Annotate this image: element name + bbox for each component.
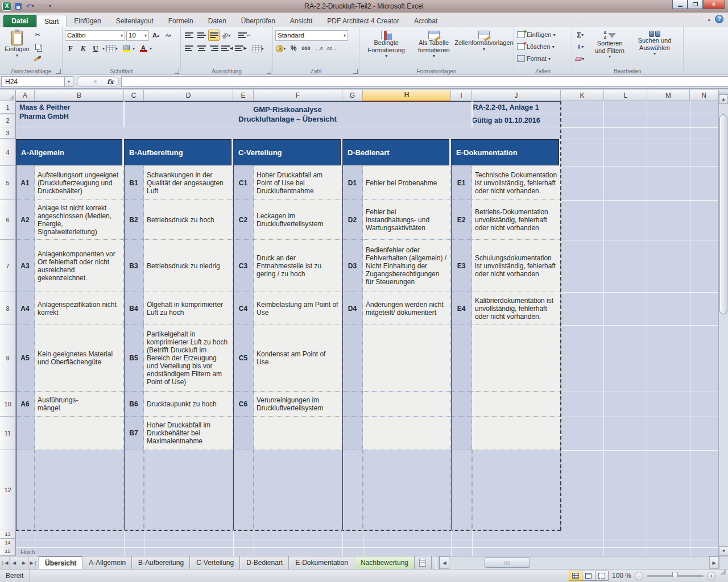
table-header-c-verteilung[interactable]: C-Verteilung — [233, 139, 341, 165]
cell-id[interactable]: A6 — [16, 392, 35, 417]
row-header-10[interactable]: 10 — [0, 392, 16, 417]
align-center-button[interactable] — [196, 43, 207, 54]
sheet-tab-d-bedienart[interactable]: D-Bedienart — [240, 556, 289, 569]
font-size-select[interactable]: 10▾ — [126, 30, 149, 41]
cell-text[interactable]: Hoher Druckabfall am Point of Use bei Dr… — [254, 166, 342, 200]
fill-color-button[interactable]: ▾ — [119, 43, 135, 54]
underline-button[interactable]: U — [90, 43, 101, 54]
cell-id[interactable]: E2 — [451, 200, 472, 240]
row-header-3[interactable]: 3 — [0, 127, 16, 139]
sheet-tab-uebersicht[interactable]: Übersicht — [39, 556, 82, 569]
horizontal-scrollbar[interactable]: ◀ |||| ▶ — [435, 556, 728, 569]
row-header-7[interactable]: 7 — [0, 240, 16, 292]
help-icon[interactable]: ? — [715, 15, 723, 23]
sheet-tab-b-aufbereitung[interactable]: B-Aufbereitung — [132, 556, 190, 569]
find-select-button[interactable]: Suchen und Auswählen ▾ — [631, 29, 678, 65]
cell-id[interactable]: D3 — [342, 240, 363, 292]
cell-text[interactable]: Schwankungen in der Qualität der angesau… — [144, 166, 233, 200]
cell-id[interactable]: C4 — [233, 292, 254, 325]
cell-id[interactable]: E3 — [451, 240, 472, 292]
cell-text[interactable]: Betriebs-Dokumentation unvollständig, fe… — [472, 200, 561, 240]
close-button[interactable]: × — [703, 0, 725, 9]
minimize-button[interactable] — [672, 0, 688, 9]
cell-text[interactable]: Anlagenkomponenten vor Ort fehlerhaft od… — [35, 240, 124, 292]
merge-center-button[interactable]: ▾ — [252, 43, 264, 54]
cell-id[interactable]: D1 — [342, 166, 363, 200]
cell-empty[interactable] — [16, 450, 35, 530]
table-header-b-aufbereitung[interactable]: B-Aufbereitung — [124, 139, 231, 165]
font-color-button[interactable]: A▾ — [136, 43, 152, 54]
tab-split-handle[interactable] — [435, 556, 440, 569]
previous-sheet-icon[interactable]: ◀ — [10, 556, 19, 569]
tab-ueberpruefen[interactable]: Überprüfen — [234, 15, 283, 27]
copy-button[interactable] — [32, 41, 43, 52]
conditional-formatting-button[interactable]: Bedingte Formatierung ▾ — [362, 29, 411, 65]
cell-id[interactable]: B6 — [124, 392, 144, 417]
column-header-m[interactable]: M — [647, 90, 690, 101]
zoom-slider-track[interactable] — [647, 575, 704, 577]
bold-button[interactable]: F — [65, 43, 76, 54]
column-header-b[interactable]: B — [35, 90, 124, 101]
insert-cells-button[interactable]: Einfügen ▾ — [516, 29, 569, 40]
cell-empty[interactable] — [254, 417, 342, 450]
zoom-in-button[interactable]: + — [707, 572, 715, 580]
column-header-k[interactable]: K — [561, 90, 604, 101]
cell-text[interactable]: Ausführungs- mängel — [35, 392, 124, 417]
format-as-table-button[interactable]: Als Tabelle formatieren ▾ — [411, 29, 457, 65]
cell-empty[interactable] — [363, 392, 451, 417]
cell-text[interactable]: Leckagen im Druckluftverteilsystem — [254, 200, 342, 240]
tab-pdf-architect[interactable]: PDF Architect 4 Creator — [320, 15, 407, 27]
cell-empty[interactable] — [124, 450, 144, 530]
cell-empty[interactable] — [233, 417, 254, 450]
name-box-caret-icon[interactable]: ▾ — [65, 76, 73, 87]
italic-button[interactable]: K — [77, 43, 89, 54]
cell-id[interactable]: C1 — [233, 166, 254, 200]
valid-from-cell[interactable]: Gültig ab 01.10.2016 — [451, 114, 561, 127]
document-title-cell[interactable]: GMP-RisikoanalyseDruckluftanlage – Übers… — [124, 101, 451, 127]
format-painter-button[interactable] — [32, 53, 43, 64]
cell-id[interactable]: B4 — [124, 292, 144, 325]
tab-daten[interactable]: Daten — [201, 15, 234, 27]
cell-text[interactable]: Kondensat am Point of Use — [254, 325, 342, 392]
normal-view-button[interactable] — [569, 571, 582, 581]
cell-id[interactable]: B7 — [124, 417, 144, 450]
decrease-decimal-button[interactable]: ,00→ — [325, 43, 337, 54]
increase-decimal-button[interactable]: ←,0 — [313, 43, 324, 54]
cell-text[interactable]: Verunreinigungen im Druckluftverteilsyst… — [254, 392, 342, 417]
column-header-d[interactable]: D — [144, 90, 233, 101]
cell-id[interactable]: C6 — [233, 392, 254, 417]
sheet-tab-nachbewertung[interactable]: Nachbewertung — [354, 556, 415, 569]
cell-text[interactable]: Betriebsdruck zu hoch — [144, 200, 233, 240]
table-header-e-dokumentation[interactable]: E-Dokumentation — [451, 139, 559, 165]
cell-text[interactable]: Hoher Druckabfall im Druckbehälter bei M… — [144, 417, 233, 450]
sheet-tab-e-dokumentation[interactable]: E-Dokumentation — [289, 556, 354, 569]
horizontal-scrollbar-track[interactable]: |||| — [449, 556, 709, 569]
shrink-font-button[interactable]: A▾ — [163, 30, 174, 41]
cell-text[interactable]: Technische Dokumentation ist unvollständ… — [472, 166, 561, 200]
sort-filter-button[interactable]: AZ Sortieren und Filtern ▾ — [588, 29, 631, 65]
column-header-j[interactable]: J — [472, 90, 561, 101]
cell-empty[interactable] — [451, 392, 472, 417]
vertical-split-handle[interactable] — [719, 90, 728, 94]
table-header-a-allgemein[interactable]: A-Allgemein — [16, 139, 122, 165]
cell-id[interactable]: B2 — [124, 200, 144, 240]
cell-empty[interactable] — [35, 417, 124, 450]
cell-empty[interactable] — [144, 450, 233, 530]
page-break-view-button[interactable] — [595, 571, 609, 581]
cell-text[interactable]: Aufstellungsort ungeeignet (Drucklufterz… — [35, 166, 124, 200]
minimize-ribbon-icon[interactable]: ▴ — [708, 16, 710, 22]
number-dialog-launcher-icon[interactable] — [353, 69, 358, 74]
wrap-text-button[interactable]: ↵ — [238, 30, 251, 41]
cell-styles-button[interactable]: Zellenformatvorlagen ▾ — [457, 29, 511, 65]
excel-logo-icon[interactable]: X — [2, 2, 11, 11]
table-header-d-bedienart[interactable]: D-Bedienart — [342, 139, 449, 165]
formula-input[interactable] — [121, 76, 728, 87]
last-sheet-icon[interactable]: ▶❘ — [29, 556, 39, 569]
cell-id[interactable]: A2 — [16, 200, 35, 240]
undo-button[interactable]: ↶▾ — [25, 2, 35, 11]
currency-button[interactable]: $▾ — [275, 43, 287, 54]
cell-text[interactable]: Drucktaupunkt zu hoch — [144, 392, 233, 417]
align-bottom-button[interactable] — [208, 30, 220, 41]
select-all-corner[interactable] — [0, 90, 16, 101]
cell-empty[interactable] — [451, 417, 472, 450]
